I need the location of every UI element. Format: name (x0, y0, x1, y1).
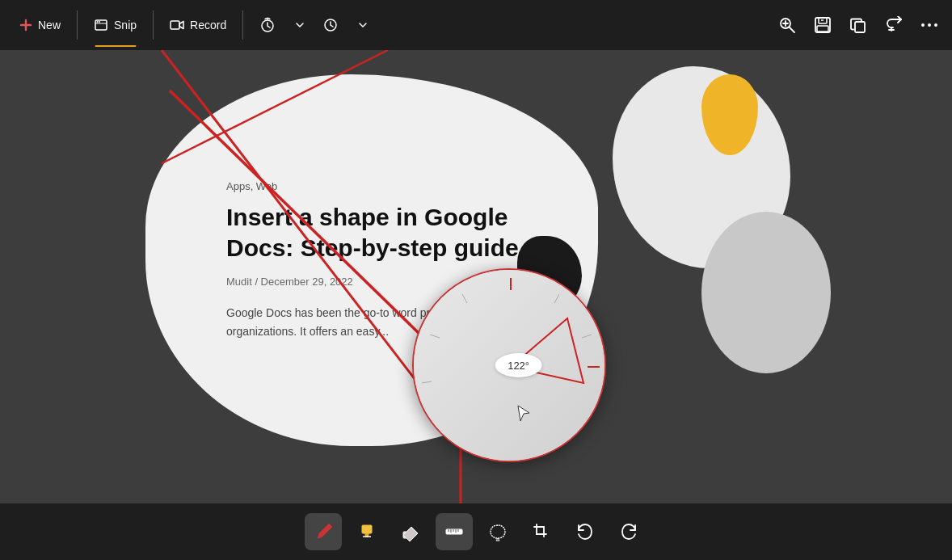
history-button[interactable] (310, 11, 352, 40)
chevron-down-icon-2 (358, 20, 368, 30)
history-icon (322, 17, 339, 33)
delay-group (246, 11, 310, 40)
share-icon (885, 16, 903, 34)
magnifier-circle: 122° (412, 268, 606, 462)
ruler-button[interactable] (436, 513, 473, 550)
new-label: New (38, 19, 61, 32)
bottom-toolbar (0, 503, 952, 560)
more-icon (920, 23, 938, 27)
plus-icon (19, 19, 32, 32)
pen-tool-button[interactable] (305, 513, 342, 550)
redo-icon (619, 522, 638, 541)
highlighter-button[interactable] (348, 513, 385, 550)
lasso-button[interactable] (479, 513, 516, 550)
angle-value: 122° (508, 360, 529, 372)
chevron-down-icon (295, 20, 305, 30)
undo-icon (575, 522, 595, 541)
eraser-icon (401, 522, 420, 541)
history-group (310, 11, 373, 40)
save-icon (814, 16, 832, 34)
divider-1 (77, 11, 78, 40)
save-button[interactable] (807, 9, 839, 41)
angle-indicator: 122° (495, 353, 542, 377)
svg-rect-13 (817, 26, 828, 32)
article-category: Apps, Web (226, 180, 550, 192)
snip-icon (94, 18, 108, 32)
record-icon (170, 18, 184, 32)
svg-line-29 (422, 381, 432, 383)
toolbar-right-group (771, 9, 946, 41)
zoom-in-button[interactable] (771, 9, 803, 41)
divider-3 (242, 11, 243, 40)
svg-point-18 (934, 23, 937, 27)
crop-icon (532, 522, 551, 541)
redo-button[interactable] (610, 513, 647, 550)
history-arrow-button[interactable] (353, 14, 373, 36)
top-toolbar: New Snip Record (0, 0, 952, 50)
svg-line-8 (790, 27, 794, 32)
eraser-button[interactable] (392, 513, 429, 550)
share-button[interactable] (878, 9, 910, 41)
gray-blob-right (701, 212, 831, 373)
svg-line-30 (582, 335, 592, 338)
record-label: Record (190, 19, 226, 32)
svg-rect-32 (362, 525, 372, 533)
svg-rect-3 (171, 21, 179, 29)
svg-line-27 (462, 294, 467, 303)
undo-button[interactable] (567, 513, 604, 550)
delay-arrow-button[interactable] (290, 14, 310, 36)
svg-point-2 (99, 21, 100, 23)
divider-2 (153, 11, 154, 40)
svg-point-17 (928, 23, 931, 27)
svg-point-1 (97, 21, 99, 23)
copy-button[interactable] (842, 9, 874, 41)
copy-icon (849, 16, 867, 34)
snip-button[interactable]: Snip (81, 0, 150, 50)
delay-button[interactable] (246, 11, 289, 40)
svg-point-16 (921, 23, 925, 27)
snip-label: Snip (114, 19, 137, 32)
highlighter-icon (357, 522, 377, 541)
svg-rect-15 (855, 22, 865, 32)
crop-button[interactable] (523, 513, 560, 550)
svg-line-28 (430, 335, 440, 338)
zoom-in-icon (778, 16, 796, 34)
pen-icon (314, 522, 333, 541)
svg-line-31 (554, 294, 559, 303)
record-button[interactable]: Record (157, 0, 239, 50)
new-button[interactable]: New (6, 0, 74, 50)
article-title: Insert a shape in Google Docs: Step-by-s… (226, 202, 550, 263)
canvas-area: Apps, Web Insert a shape in Google Docs:… (0, 50, 952, 503)
delay-icon (259, 17, 276, 33)
more-button[interactable] (913, 9, 946, 41)
lasso-icon (488, 522, 508, 541)
ruler-icon (444, 522, 464, 541)
